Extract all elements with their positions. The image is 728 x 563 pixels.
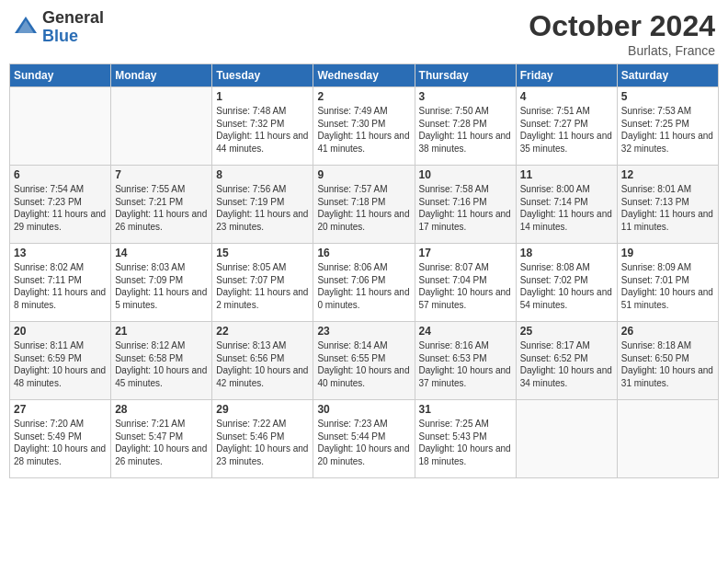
- sunset-text: Sunset: 7:28 PM: [419, 119, 487, 129]
- day-number: 30: [317, 403, 410, 416]
- day-number: 15: [216, 247, 309, 259]
- cell-info: Sunrise: 7:20 AM Sunset: 5:49 PM Dayligh…: [14, 418, 107, 467]
- sunset-text: Sunset: 7:09 PM: [115, 275, 183, 285]
- location: Burlats, France: [529, 43, 715, 58]
- calendar-week-2: 13 Sunrise: 8:02 AM Sunset: 7:11 PM Dayl…: [10, 244, 719, 322]
- daylight-text: Daylight: 11 hours and 35 minutes.: [520, 131, 612, 154]
- calendar-table: Sunday Monday Tuesday Wednesday Thursday…: [9, 63, 719, 478]
- calendar-cell: 6 Sunrise: 7:54 AM Sunset: 7:23 PM Dayli…: [10, 166, 111, 244]
- day-number: 2: [317, 90, 410, 103]
- day-number: 3: [419, 90, 512, 103]
- calendar-cell: 28 Sunrise: 7:21 AM Sunset: 5:47 PM Dayl…: [111, 400, 212, 478]
- daylight-text: Daylight: 11 hours and 8 minutes.: [14, 287, 106, 310]
- day-number: 14: [115, 247, 208, 259]
- calendar-cell: 2 Sunrise: 7:49 AM Sunset: 7:30 PM Dayli…: [313, 87, 415, 166]
- sunrise-text: Sunrise: 8:05 AM: [216, 262, 286, 272]
- daylight-text: Daylight: 11 hours and 5 minutes.: [115, 287, 207, 310]
- sunset-text: Sunset: 7:06 PM: [317, 275, 385, 285]
- day-number: 13: [14, 247, 107, 259]
- sunset-text: Sunset: 7:27 PM: [520, 119, 588, 129]
- sunrise-text: Sunrise: 7:55 AM: [115, 184, 185, 194]
- sunset-text: Sunset: 5:43 PM: [419, 431, 487, 442]
- day-number: 28: [115, 403, 208, 416]
- sunrise-text: Sunrise: 7:58 AM: [419, 184, 489, 194]
- sunrise-text: Sunrise: 8:06 AM: [317, 262, 387, 272]
- cell-info: Sunrise: 8:14 AM Sunset: 6:55 PM Dayligh…: [317, 339, 410, 389]
- calendar-cell: 25 Sunrise: 8:17 AM Sunset: 6:52 PM Dayl…: [516, 322, 617, 400]
- header-tuesday: Tuesday: [212, 64, 313, 87]
- sunrise-text: Sunrise: 8:01 AM: [621, 184, 691, 194]
- cell-info: Sunrise: 8:16 AM Sunset: 6:53 PM Dayligh…: [419, 339, 512, 389]
- day-number: 18: [520, 247, 613, 259]
- cell-info: Sunrise: 8:13 AM Sunset: 6:56 PM Dayligh…: [216, 339, 309, 389]
- calendar-week-1: 6 Sunrise: 7:54 AM Sunset: 7:23 PM Dayli…: [10, 166, 719, 244]
- daylight-text: Daylight: 11 hours and 14 minutes.: [520, 209, 612, 232]
- daylight-text: Daylight: 11 hours and 23 minutes.: [216, 209, 308, 232]
- header-monday: Monday: [111, 64, 212, 87]
- day-number: 24: [419, 325, 512, 338]
- calendar-cell: 19 Sunrise: 8:09 AM Sunset: 7:01 PM Dayl…: [617, 244, 718, 322]
- sunset-text: Sunset: 7:16 PM: [419, 197, 487, 207]
- month-title: October 2024: [529, 9, 715, 43]
- daylight-text: Daylight: 11 hours and 20 minutes.: [317, 209, 409, 232]
- sunrise-text: Sunrise: 7:57 AM: [317, 184, 387, 194]
- calendar-cell: 18 Sunrise: 8:08 AM Sunset: 7:02 PM Dayl…: [516, 244, 617, 322]
- daylight-text: Daylight: 10 hours and 28 minutes.: [14, 443, 106, 466]
- sunset-text: Sunset: 6:52 PM: [520, 353, 588, 363]
- day-number: 31: [419, 403, 512, 416]
- cell-info: Sunrise: 7:50 AM Sunset: 7:28 PM Dayligh…: [419, 105, 512, 155]
- daylight-text: Daylight: 11 hours and 0 minutes.: [317, 287, 409, 310]
- cell-info: Sunrise: 7:57 AM Sunset: 7:18 PM Dayligh…: [317, 183, 410, 233]
- sunset-text: Sunset: 6:58 PM: [115, 353, 183, 363]
- logo-general: General: [42, 9, 104, 28]
- calendar-cell: 5 Sunrise: 7:53 AM Sunset: 7:25 PM Dayli…: [617, 87, 718, 166]
- sunset-text: Sunset: 7:25 PM: [621, 119, 689, 129]
- sunset-text: Sunset: 7:13 PM: [621, 197, 689, 207]
- sunset-text: Sunset: 7:32 PM: [216, 119, 284, 129]
- day-number: 7: [115, 168, 208, 181]
- calendar-cell: 7 Sunrise: 7:55 AM Sunset: 7:21 PM Dayli…: [111, 166, 212, 244]
- day-number: 1: [216, 90, 309, 103]
- calendar-cell: [516, 400, 617, 478]
- daylight-text: Daylight: 10 hours and 57 minutes.: [419, 287, 511, 310]
- day-number: 6: [14, 168, 107, 181]
- sunrise-text: Sunrise: 8:11 AM: [14, 340, 84, 350]
- calendar-cell: 21 Sunrise: 8:12 AM Sunset: 6:58 PM Dayl…: [111, 322, 212, 400]
- header-thursday: Thursday: [415, 64, 516, 87]
- cell-info: Sunrise: 8:17 AM Sunset: 6:52 PM Dayligh…: [520, 339, 613, 389]
- day-number: 8: [216, 168, 309, 181]
- sunset-text: Sunset: 7:11 PM: [14, 275, 82, 285]
- sunset-text: Sunset: 7:07 PM: [216, 275, 284, 285]
- day-number: 10: [419, 168, 512, 181]
- sunset-text: Sunset: 6:55 PM: [317, 353, 385, 363]
- page-header: General Blue October 2024 Burlats, Franc…: [9, 9, 719, 58]
- daylight-text: Daylight: 10 hours and 40 minutes.: [317, 365, 409, 388]
- daylight-text: Daylight: 11 hours and 38 minutes.: [419, 131, 511, 154]
- cell-info: Sunrise: 8:03 AM Sunset: 7:09 PM Dayligh…: [115, 261, 208, 311]
- calendar-cell: [111, 87, 212, 166]
- daylight-text: Daylight: 10 hours and 18 minutes.: [419, 443, 511, 466]
- day-number: 16: [317, 247, 410, 259]
- daylight-text: Daylight: 10 hours and 26 minutes.: [115, 443, 207, 466]
- cell-info: Sunrise: 8:12 AM Sunset: 6:58 PM Dayligh…: [115, 339, 208, 389]
- sunset-text: Sunset: 7:02 PM: [520, 275, 588, 285]
- cell-info: Sunrise: 7:56 AM Sunset: 7:19 PM Dayligh…: [216, 183, 309, 233]
- calendar-week-0: 1 Sunrise: 7:48 AM Sunset: 7:32 PM Dayli…: [10, 87, 719, 166]
- sunset-text: Sunset: 6:53 PM: [419, 353, 487, 363]
- day-number: 26: [621, 325, 714, 338]
- sunset-text: Sunset: 7:19 PM: [216, 197, 284, 207]
- sunset-text: Sunset: 7:04 PM: [419, 275, 487, 285]
- sunrise-text: Sunrise: 7:49 AM: [317, 106, 387, 116]
- sunrise-text: Sunrise: 8:12 AM: [115, 340, 185, 350]
- calendar-cell: 8 Sunrise: 7:56 AM Sunset: 7:19 PM Dayli…: [212, 166, 313, 244]
- calendar-week-3: 20 Sunrise: 8:11 AM Sunset: 6:59 PM Dayl…: [10, 322, 719, 400]
- cell-info: Sunrise: 7:48 AM Sunset: 7:32 PM Dayligh…: [216, 105, 309, 155]
- logo-blue: Blue: [42, 28, 104, 46]
- sunrise-text: Sunrise: 7:50 AM: [419, 106, 489, 116]
- calendar-cell: 29 Sunrise: 7:22 AM Sunset: 5:46 PM Dayl…: [212, 400, 313, 478]
- daylight-text: Daylight: 10 hours and 45 minutes.: [115, 365, 207, 388]
- header-wednesday: Wednesday: [313, 64, 415, 87]
- calendar-cell: 1 Sunrise: 7:48 AM Sunset: 7:32 PM Dayli…: [212, 87, 313, 166]
- day-number: 27: [14, 403, 107, 416]
- cell-info: Sunrise: 7:25 AM Sunset: 5:43 PM Dayligh…: [419, 418, 512, 467]
